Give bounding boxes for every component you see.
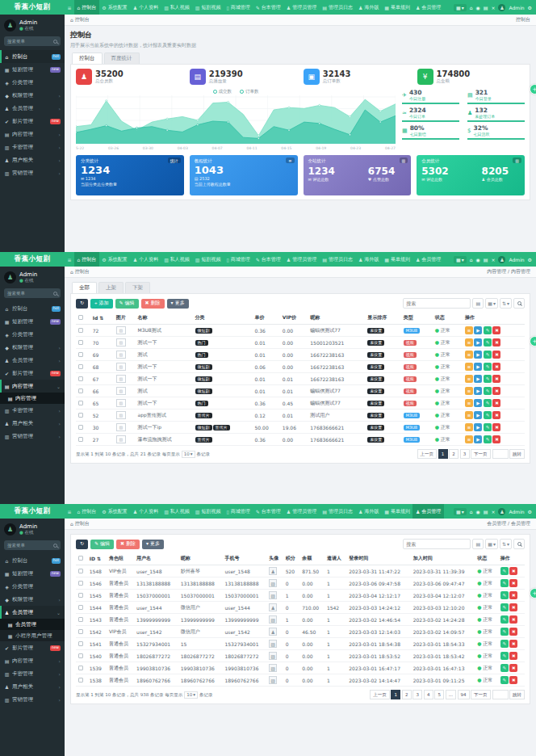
nav-item-6[interactable]: ✎台本管理: [253, 504, 283, 519]
delete-row-button[interactable]: ✖: [492, 423, 500, 431]
tab-0[interactable]: 全部: [72, 282, 97, 293]
row-checkbox[interactable]: [78, 401, 83, 405]
detail-button[interactable]: ≡: [465, 326, 473, 334]
delete-row-button[interactable]: ✖: [492, 351, 500, 359]
support-float-button[interactable]: +: [530, 336, 536, 346]
edit-row-button[interactable]: ✎: [500, 652, 509, 660]
sidebar-item-1[interactable]: ▦短剧管理new: [0, 315, 65, 328]
sidebar-item-8[interactable]: ♟用户相关›: [0, 153, 65, 166]
nav-item-3[interactable]: ▥私人视频: [161, 0, 193, 15]
edit-row-button[interactable]: ✎: [500, 603, 509, 611]
sidebar-search-input[interactable]: 搜索菜单: [4, 540, 61, 550]
detail-button[interactable]: ≡: [465, 351, 473, 359]
preview-button[interactable]: ▶: [474, 338, 482, 346]
columns-tool-button[interactable]: ▦▾: [485, 539, 498, 549]
nav-item-8[interactable]: ▤管理员日志: [320, 252, 356, 267]
nav-toggle-button[interactable]: ≡: [65, 252, 74, 267]
nav-item-1[interactable]: ⚙系统配置: [99, 504, 130, 519]
preview-button[interactable]: ▶: [474, 351, 482, 359]
row-checkbox[interactable]: [78, 641, 83, 646]
nav-item-6[interactable]: ✎台本管理: [253, 0, 283, 15]
tab-2[interactable]: 下架: [125, 282, 150, 293]
sidebar-item-4[interactable]: ♟会员管理›: [0, 102, 65, 115]
sidebar-item-8[interactable]: ♟用户相关›: [0, 680, 65, 693]
jump-page-input[interactable]: [492, 690, 509, 699]
settings-gear-button[interactable]: ⚙: [528, 5, 532, 10]
delete-button[interactable]: ✖删除: [116, 540, 140, 549]
next-page-button[interactable]: 下一页: [471, 449, 491, 459]
nav-item-3[interactable]: ▥私人视频: [161, 504, 193, 519]
home-button[interactable]: ⌂: [470, 509, 473, 514]
search-tool-button[interactable]: [513, 539, 525, 549]
docs-button[interactable]: ▤: [484, 509, 488, 514]
nav-item-0[interactable]: ⌂控制台: [74, 0, 99, 15]
edit-row-button[interactable]: ✎: [500, 628, 509, 636]
detail-button[interactable]: ≡: [465, 411, 473, 419]
delete-row-button[interactable]: ✖: [492, 326, 500, 334]
edit-row-button[interactable]: ✎: [484, 326, 492, 334]
nav-item-9[interactable]: ♟海外版: [355, 504, 381, 519]
nav-item-2[interactable]: ♟个人资料: [130, 0, 161, 15]
delete-row-button[interactable]: ✖: [492, 375, 500, 383]
nav-item-3[interactable]: ▥私人视频: [161, 252, 193, 267]
prev-page-button[interactable]: 上一页: [370, 690, 390, 699]
sidebar-item-0[interactable]: ⌂控制台hot: [0, 50, 65, 63]
apps-dropdown-button[interactable]: ▦▾: [454, 4, 467, 11]
sidebar-item-7[interactable]: ▥卡密管理›: [0, 141, 65, 153]
nav-item-7[interactable]: ♟管理员管理: [283, 504, 319, 519]
edit-row-button[interactable]: ✎: [484, 375, 492, 383]
close-session-button[interactable]: ×: [491, 257, 495, 262]
user-name[interactable]: Admin: [509, 5, 524, 10]
edit-row-button[interactable]: ✎: [484, 411, 492, 419]
nav-item-11[interactable]: ♟会员管理: [412, 0, 443, 15]
sidebar-search-input[interactable]: 搜索菜单: [4, 288, 61, 298]
sidebar-item-7[interactable]: ▥卡密管理›: [0, 667, 65, 680]
page-button-3[interactable]: 3: [460, 449, 470, 459]
notifications-button[interactable]: ◉: [476, 257, 480, 262]
detail-button[interactable]: ≡: [465, 399, 473, 407]
nav-item-0[interactable]: ⌂控制台: [74, 252, 99, 267]
row-checkbox[interactable]: [78, 617, 83, 622]
sidebar-item-6[interactable]: ▤内容管理⌄: [0, 380, 65, 393]
user-name[interactable]: Admin: [509, 509, 524, 514]
close-session-button[interactable]: ×: [491, 5, 495, 10]
delete-row-button[interactable]: ✖: [492, 338, 500, 346]
sidebar-item-6[interactable]: ▤内容管理›: [0, 128, 65, 141]
sidebar-item-2[interactable]: ◈分类管理: [0, 328, 65, 341]
delete-row-button[interactable]: ✖: [509, 579, 517, 587]
preview-button[interactable]: ▶: [474, 387, 482, 395]
share-tool-button[interactable]: ▤: [472, 539, 484, 549]
edit-row-button[interactable]: ✎: [500, 664, 509, 672]
sidebar-item-9[interactable]: ▥营销管理›: [0, 693, 65, 706]
row-checkbox[interactable]: [78, 425, 83, 430]
delete-row-button[interactable]: ✖: [509, 652, 517, 660]
nav-item-8[interactable]: ▤管理员日志: [320, 0, 356, 15]
page-button-2[interactable]: 2: [402, 690, 412, 699]
nav-item-4[interactable]: ▥短剧视频: [192, 0, 224, 15]
edit-row-button[interactable]: ✎: [484, 435, 492, 443]
sidebar-item-0[interactable]: ⌂控制台hot: [0, 554, 65, 567]
nav-item-9[interactable]: ♟海外版: [355, 0, 381, 15]
delete-row-button[interactable]: ✖: [509, 567, 517, 575]
sort-icon[interactable]: ⇅: [98, 315, 103, 321]
row-checkbox[interactable]: [78, 364, 83, 369]
sort-icon[interactable]: ⇅: [95, 556, 101, 561]
page-button-3[interactable]: 3: [412, 690, 422, 699]
nav-item-4[interactable]: ▥短剧视频: [192, 252, 224, 267]
sidebar-item-7[interactable]: ▥卡密管理›: [0, 404, 65, 417]
edit-row-button[interactable]: ✎: [484, 423, 492, 431]
row-checkbox[interactable]: [78, 340, 83, 345]
nav-item-2[interactable]: ♟个人资料: [130, 252, 161, 267]
select-all-checkbox[interactable]: [78, 556, 83, 561]
delete-row-button[interactable]: ✖: [509, 615, 517, 624]
nav-item-5[interactable]: ▯商城管理: [224, 0, 253, 15]
edit-row-button[interactable]: ✎: [484, 363, 492, 371]
delete-button[interactable]: ✖删除: [141, 299, 165, 309]
nav-item-11[interactable]: ♟会员管理: [412, 504, 443, 519]
home-button[interactable]: ⌂: [470, 5, 473, 10]
delete-row-button[interactable]: ✖: [492, 411, 500, 419]
edit-row-button[interactable]: ✎: [484, 351, 492, 359]
user-name[interactable]: Admin: [509, 257, 524, 262]
sidebar-item-8[interactable]: ♟用户相关›: [0, 417, 65, 430]
jump-page-input[interactable]: [492, 449, 509, 459]
